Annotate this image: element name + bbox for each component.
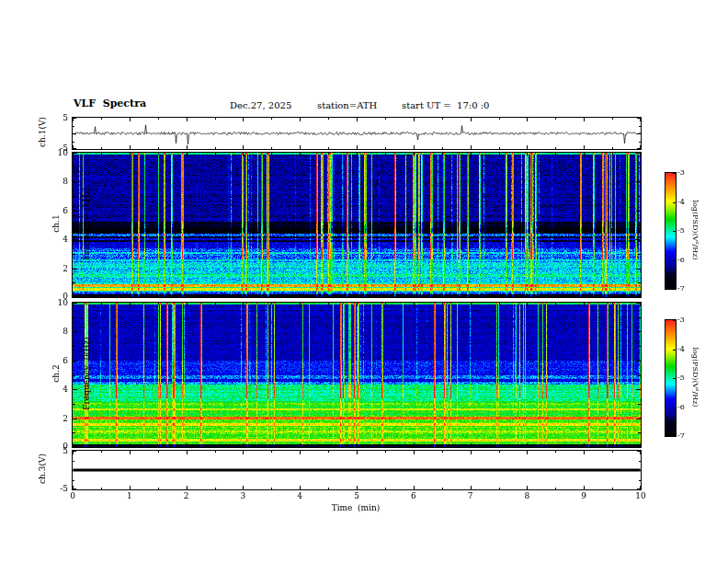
tick-mark <box>300 153 301 156</box>
time-tick-label: 4 <box>290 491 309 500</box>
tick-mark <box>414 153 415 156</box>
tick-mark <box>414 443 415 447</box>
tick-mark <box>73 488 76 489</box>
tick-mark <box>328 153 329 155</box>
freq-tick-label: 8 <box>46 327 68 336</box>
tick-mark <box>636 153 641 154</box>
tick-mark <box>73 153 77 154</box>
tick-mark <box>130 486 131 489</box>
tick-mark <box>612 445 613 447</box>
tick-mark <box>357 303 358 306</box>
ch2-spectrogram-canvas <box>73 303 641 447</box>
tick-mark <box>328 488 329 489</box>
tick-mark <box>300 293 301 297</box>
tick-mark <box>73 142 74 143</box>
tick-mark <box>638 167 641 168</box>
tick-mark <box>555 488 556 489</box>
tick-mark <box>187 293 188 297</box>
tick-mark <box>414 451 415 454</box>
tick-mark <box>584 145 585 149</box>
tick-mark <box>636 269 641 270</box>
tick-mark <box>101 445 102 447</box>
tick-mark <box>527 293 528 297</box>
tick-mark <box>673 320 676 321</box>
freq-tick-label: 6 <box>46 206 68 215</box>
tick-mark <box>243 303 244 306</box>
ch1-spectrogram-panel <box>72 152 642 298</box>
tick-mark <box>158 118 159 120</box>
time-tick-label: 0 <box>63 491 82 500</box>
tick-mark <box>385 118 386 120</box>
tick-mark <box>271 147 272 149</box>
tick-mark <box>300 145 301 149</box>
tick-mark <box>73 126 74 127</box>
tick-mark <box>584 153 585 156</box>
tick-mark <box>639 142 641 143</box>
tick-mark <box>638 375 641 376</box>
freq-tick-label: 2 <box>46 414 68 423</box>
tick-mark <box>637 470 641 471</box>
tick-mark <box>673 408 676 408</box>
colorbar-tick-label: -3 <box>677 168 696 178</box>
ch1-waveform-panel <box>72 117 642 150</box>
tick-mark <box>328 451 329 453</box>
colorbar-tick-label: -3 <box>677 316 696 325</box>
tick-mark <box>414 145 415 149</box>
tick-mark <box>442 303 443 304</box>
start-ut-label: start UT = 17:0 :0 <box>402 100 489 110</box>
tick-mark <box>584 293 585 297</box>
tick-mark <box>357 153 358 156</box>
tick-mark <box>527 443 528 447</box>
tick-mark <box>612 118 613 120</box>
freq-tick-label: 10 <box>46 148 68 157</box>
tick-mark <box>442 451 443 453</box>
tick-mark <box>328 303 329 304</box>
tick-mark <box>555 147 556 149</box>
tick-mark <box>499 153 500 155</box>
tick-mark <box>300 118 301 121</box>
figure-title: VLF Spectra <box>74 98 146 109</box>
tick-mark <box>187 118 188 121</box>
tick-mark <box>636 389 641 390</box>
tick-mark <box>673 435 676 436</box>
tick-mark <box>636 296 641 297</box>
tick-mark <box>499 147 500 149</box>
tick-mark <box>442 295 443 297</box>
freq-tick-label: 4 <box>46 235 68 244</box>
tick-mark <box>158 303 159 304</box>
tick-mark <box>158 445 159 447</box>
time-tick-label: 9 <box>574 491 593 500</box>
tick-mark <box>555 153 556 155</box>
time-tick-label: 3 <box>233 491 252 500</box>
tick-mark <box>527 145 528 149</box>
tick-mark <box>101 451 102 453</box>
freq-tick-label: 8 <box>46 177 68 186</box>
colorbar-tick-label: -7 <box>677 431 696 441</box>
colorbar-tick-label: -6 <box>677 403 696 412</box>
freq-tick-label: 10 <box>46 298 68 307</box>
tick-mark <box>673 378 676 379</box>
colorbar-ch1 <box>665 172 677 290</box>
ch2-spectrogram-panel <box>72 302 642 448</box>
tick-mark <box>499 451 500 453</box>
tick-mark <box>471 293 472 297</box>
freq-tick-label: 4 <box>46 385 68 394</box>
tick-mark <box>612 303 613 304</box>
tick-mark <box>73 118 76 119</box>
tick-mark <box>187 451 188 454</box>
tick-mark <box>636 181 641 182</box>
tick-mark <box>442 445 443 447</box>
tick-mark <box>527 153 528 156</box>
tick-mark <box>673 173 676 174</box>
time-tick-label: 10 <box>631 491 650 500</box>
tick-mark <box>101 118 102 120</box>
frequency-units-label: Frequency (kHz) <box>82 168 92 279</box>
tick-mark <box>357 145 358 149</box>
tick-mark <box>243 443 244 447</box>
voltage-tick-label: 5 <box>46 446 68 455</box>
tick-mark <box>612 451 613 453</box>
tick-mark <box>471 153 472 156</box>
tick-mark <box>636 303 641 304</box>
tick-mark <box>499 445 500 447</box>
tick-mark <box>499 295 500 297</box>
